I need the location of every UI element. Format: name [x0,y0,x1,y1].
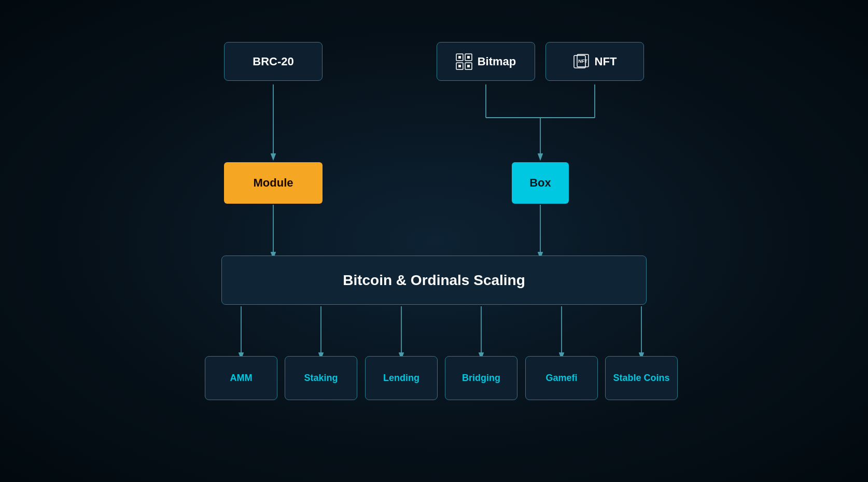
amm-label: AMM [230,373,253,384]
staking-label: Staking [304,373,338,384]
brc20-label: BRC-20 [253,55,293,68]
module-box: Module [224,162,323,204]
svg-rect-20 [467,56,470,59]
stablecoins-label: Stable Coins [613,373,669,384]
diagram-canvas: BRC-20 Bitmap NFT NFT Module Box [175,39,693,443]
lending-box: Lending [365,356,438,400]
bitmap-box: Bitmap [437,42,535,81]
staking-box: Staking [285,356,357,400]
bitmap-icon [456,53,472,70]
gamefi-box: Gamefi [525,356,598,400]
brc20-box: BRC-20 [224,42,323,81]
scaling-label: Bitcoin & Ordinals Scaling [343,272,525,289]
scaling-box: Bitcoin & Ordinals Scaling [221,256,647,305]
module-label: Module [254,176,293,190]
amm-box: AMM [205,356,277,400]
nft-label: NFT [595,55,617,68]
stablecoins-box: Stable Coins [605,356,678,400]
nft-icon: NFT [573,53,590,70]
gamefi-label: Gamefi [545,373,577,384]
lending-label: Lending [383,373,419,384]
bridging-label: Bridging [462,373,500,384]
nft-box: NFT NFT [545,42,644,81]
svg-rect-22 [467,65,470,67]
box-label: Box [529,176,551,190]
svg-rect-21 [458,65,461,67]
svg-text:NFT: NFT [578,59,587,64]
bridging-box: Bridging [445,356,517,400]
svg-rect-19 [458,56,461,59]
bitmap-label: Bitmap [478,55,516,68]
box-node: Box [512,162,569,204]
